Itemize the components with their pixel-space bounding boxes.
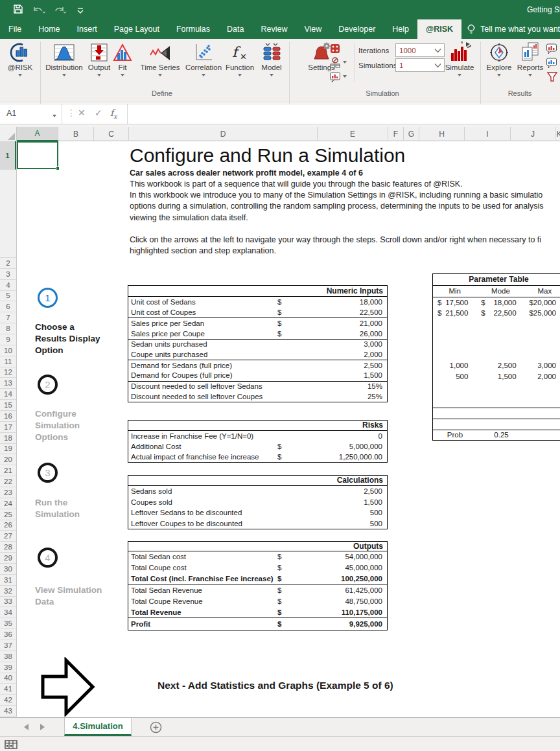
sheet-canvas[interactable]: Configure and Run a Simulation Car sales… (17, 141, 560, 717)
row-header-37[interactable]: 37 (0, 640, 16, 651)
parameter-row[interactable]: 5001,5002,000 (433, 371, 560, 382)
menu-tab-risk[interactable]: @RISK (417, 19, 461, 39)
next-arrow[interactable] (36, 657, 96, 717)
fit-button[interactable]: Fit (111, 41, 134, 78)
previous-sheet-arrow[interactable] (21, 724, 29, 730)
numeric-inputs-table[interactable]: Numeric InputsUnit cost of Sedans$18,000… (128, 285, 388, 402)
table-row[interactable]: Total Cost (incl. Franchise Fee increase… (128, 573, 387, 584)
fill-handle[interactable] (56, 167, 60, 170)
function-button[interactable]: f✕ Function (224, 41, 256, 78)
row-header-17[interactable]: 17 (0, 422, 16, 433)
formula-input[interactable] (127, 104, 560, 124)
window-display-options-button[interactable] (329, 57, 347, 69)
simulate-button[interactable]: Simulate (442, 41, 477, 78)
table-row[interactable]: Actual impact of franchise fee increase$… (128, 452, 387, 462)
tell-me-box[interactable]: Tell me what you want (461, 19, 560, 39)
row-header-20[interactable]: 20 (0, 454, 16, 465)
table-row[interactable]: Unit cost of Coupes$22,500 (128, 307, 387, 318)
column-header-B[interactable]: B (58, 127, 94, 141)
table-row[interactable]: Total Sedan cost$54,000,000 (128, 551, 387, 562)
row-header-15[interactable]: 15 (0, 400, 16, 411)
row-header-1[interactable]: 1 (0, 141, 16, 170)
parameter-row[interactable]: $21,500$22,500$25,000 (433, 308, 560, 318)
output-button[interactable]: Output (84, 41, 114, 78)
menu-tab-developer[interactable]: Developer (330, 19, 384, 39)
next-sheet-arrow[interactable] (40, 724, 48, 730)
explore-button[interactable]: Explore (484, 41, 515, 78)
row-header-14[interactable]: 14 (0, 389, 16, 400)
table-row[interactable]: Additional Cost$5,000,000 (128, 441, 387, 452)
table-row[interactable]: Leftover Coupes to be discounted500 (128, 518, 387, 529)
table-row[interactable]: Profit$9,925,000 (128, 618, 387, 629)
confirm-entry-icon[interactable]: ✓ (95, 108, 102, 118)
row-header-8[interactable]: 8 (0, 323, 16, 334)
cell-mode-icon[interactable] (5, 740, 18, 749)
row-header-36[interactable]: 36 (0, 629, 16, 640)
cancel-entry-icon[interactable]: ✕ (78, 108, 86, 118)
table-row[interactable]: Total Revenue$110,175,000 (128, 607, 387, 618)
table-row[interactable]: Sedans sold2,500 (128, 486, 387, 497)
row-header-13[interactable]: 13 (0, 378, 16, 389)
table-row[interactable]: Sales price per Coupe$26,000 (128, 329, 387, 339)
row-header-18[interactable]: 18 (0, 433, 16, 444)
column-header-G[interactable]: G (404, 127, 419, 141)
outputs-table[interactable]: OutputsTotal Sedan cost$54,000,000Total … (128, 541, 388, 630)
table-row[interactable]: Coupe units purchased2,000 (128, 349, 387, 360)
correlation-button[interactable]: Correlation (183, 41, 224, 78)
sheet-tab-active[interactable]: 4.Simulation (64, 718, 132, 736)
column-header-F[interactable]: F (388, 127, 404, 141)
name-box[interactable]: A1 (0, 104, 62, 124)
row-header-41[interactable]: 41 (0, 684, 16, 695)
undo-icon[interactable] (32, 4, 45, 17)
filter-button[interactable] (546, 71, 558, 83)
calculations-table[interactable]: CalculationsSedans sold2,500Coupes sold1… (128, 475, 388, 529)
row-header-39[interactable]: 39 (0, 662, 16, 673)
parameter-row[interactable]: $17,500$18,000$20,000 (433, 297, 560, 308)
save-icon[interactable] (13, 4, 23, 17)
show-graph-window-button[interactable] (329, 71, 347, 83)
row-header-31[interactable]: 31 (0, 575, 16, 586)
row-header-6[interactable]: 6 (0, 301, 16, 312)
active-cell-selection[interactable] (17, 141, 58, 169)
row-header-7[interactable]: 7 (0, 312, 16, 323)
column-header-C[interactable]: C (94, 127, 129, 141)
column-header-H[interactable]: H (419, 127, 465, 141)
row-header-29[interactable]: 29 (0, 553, 16, 564)
row-header-43[interactable]: 43 (0, 706, 16, 717)
menu-tab-insert[interactable]: Insert (69, 19, 106, 39)
column-header-K[interactable]: K (555, 127, 560, 141)
table-row[interactable]: Total Coupe cost$45,000,000 (128, 562, 387, 573)
row-header-19[interactable]: 19 (0, 444, 16, 455)
select-all-corner[interactable] (0, 127, 17, 141)
simulations-dropdown[interactable]: 1 (395, 58, 445, 72)
column-header-E[interactable]: E (318, 127, 388, 141)
row-header-32[interactable]: 32 (0, 586, 16, 597)
row-header-26[interactable]: 26 (0, 520, 16, 531)
row-header-24[interactable]: 24 (0, 498, 16, 509)
row-header-33[interactable]: 33 (0, 597, 16, 608)
table-row[interactable]: Leftover Sedans to be discounted500 (128, 507, 387, 518)
menu-tab-formulas[interactable]: Formulas (168, 19, 218, 39)
define-filters-button[interactable] (546, 57, 557, 69)
table-row[interactable]: Demand for Sedans (full price)2,500 (128, 360, 387, 370)
redo-icon[interactable] (53, 4, 66, 17)
column-header-I[interactable]: I (465, 127, 511, 141)
table-row[interactable]: Sales price per Sedan$21,000 (128, 318, 387, 328)
reports-button[interactable]: Reports (515, 41, 546, 78)
row-header-25[interactable]: 25 (0, 509, 16, 520)
browse-results-button[interactable] (546, 43, 557, 54)
menu-tab-view[interactable]: View (296, 19, 330, 39)
row-header-21[interactable]: 21 (0, 465, 16, 476)
row-header-28[interactable]: 28 (0, 542, 16, 553)
row-header-10[interactable]: 10 (0, 345, 16, 356)
table-row[interactable]: Total Sedan Revenue$61,425,000 (128, 584, 387, 595)
table-row[interactable]: Discount needed to sell leftover Coupes2… (128, 391, 387, 402)
column-header-J[interactable]: J (511, 127, 555, 141)
column-header-D[interactable]: D (129, 127, 318, 141)
menu-tab-home[interactable]: Home (30, 19, 68, 39)
table-row[interactable]: Sedan units purchased3,000 (128, 339, 387, 349)
menu-tab-pagelayout[interactable]: Page Layout (106, 19, 168, 39)
row-header-2[interactable]: 2 (0, 258, 16, 269)
table-row[interactable]: Increase in Franchise Fee (Y=1/N=0)0 (128, 431, 387, 441)
random-static-button[interactable] (329, 43, 341, 54)
